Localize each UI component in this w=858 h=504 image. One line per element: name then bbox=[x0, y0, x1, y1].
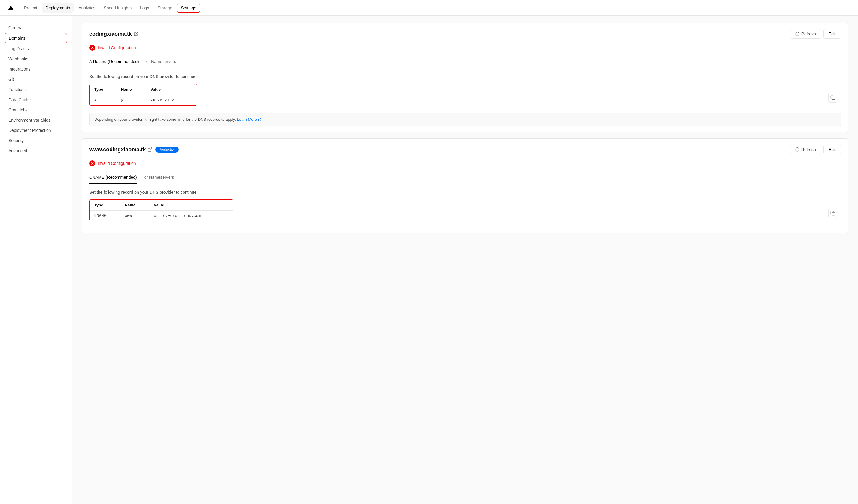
sidebar-item-deployment-protection[interactable]: Deployment Protection bbox=[5, 126, 67, 135]
sidebar-item-advanced[interactable]: Advanced bbox=[5, 146, 67, 156]
error-text-1: Invalid Configuration bbox=[98, 45, 136, 50]
dns-instruction-2: Set the following record on your DNS pro… bbox=[89, 190, 841, 195]
refresh-label-1: Refresh bbox=[801, 32, 816, 36]
sidebar-item-domains[interactable]: Domains bbox=[5, 33, 67, 43]
domain-2-name: www.codingxiaoma.tk bbox=[89, 147, 146, 153]
svg-line-2 bbox=[259, 118, 261, 120]
tab-nameservers-2[interactable]: or Nameservers bbox=[144, 171, 174, 184]
tab-cname-2[interactable]: CNAME (Recommended) bbox=[89, 171, 137, 184]
col-value-1: Value bbox=[146, 84, 197, 95]
nav-item-analytics[interactable]: Analytics bbox=[75, 3, 99, 13]
external-link-icon-2 bbox=[147, 147, 152, 152]
dns-table-container-2: Type Name Value CNAME www cname.vercel-d… bbox=[89, 199, 234, 221]
sidebar-item-integrations[interactable]: Integrations bbox=[5, 64, 67, 74]
svg-line-0 bbox=[136, 32, 138, 34]
edit-button-2[interactable]: Edit bbox=[824, 145, 841, 155]
nav-item-settings[interactable]: Settings bbox=[177, 3, 200, 13]
refresh-button-2[interactable]: Refresh bbox=[790, 145, 821, 155]
domain-2-error: ✕ Invalid Configuration bbox=[82, 159, 848, 171]
nav-item-deployments[interactable]: Deployments bbox=[42, 3, 74, 13]
sidebar-item-security[interactable]: Security bbox=[5, 136, 67, 145]
col-type-2: Type bbox=[90, 200, 120, 211]
domain-2-link[interactable]: www.codingxiaoma.tk bbox=[89, 147, 152, 153]
domain-2-tabs: CNAME (Recommended) or Nameservers bbox=[82, 171, 848, 184]
dns-table-container-1: Type Name Value A @ 76.76.21.21 bbox=[89, 84, 197, 106]
nav-items: Project Deployments Analytics Speed Insi… bbox=[20, 0, 200, 15]
tab-nameservers-1[interactable]: or Nameservers bbox=[146, 55, 176, 68]
logo[interactable] bbox=[7, 4, 14, 12]
svg-rect-4 bbox=[832, 213, 835, 215]
sidebar-item-webhooks[interactable]: Webhooks bbox=[5, 54, 67, 64]
error-icon-2: ✕ bbox=[89, 160, 95, 166]
edit-button-1[interactable]: Edit bbox=[824, 29, 841, 39]
dns-table-wrapper-1: Type Name Value A @ 76.76.21.21 bbox=[89, 84, 841, 111]
top-navigation: Project Deployments Analytics Speed Insi… bbox=[0, 0, 858, 16]
nav-item-storage[interactable]: Storage bbox=[154, 3, 176, 13]
nav-item-logs[interactable]: Logs bbox=[137, 3, 153, 13]
domain-1-error: ✕ Invalid Configuration bbox=[82, 44, 848, 55]
domain-card-1-header: codingxiaoma.tk Refresh Edit bbox=[82, 23, 848, 44]
learn-more-link-1[interactable]: Learn More bbox=[237, 117, 262, 121]
refresh-label-2: Refresh bbox=[801, 147, 816, 152]
domain-2-actions: Refresh Edit bbox=[790, 145, 841, 155]
sidebar-item-general[interactable]: General bbox=[5, 23, 67, 32]
sidebar: General Domains Log Drains Webhooks Inte… bbox=[0, 16, 72, 504]
learn-more-text-1: Learn More bbox=[237, 117, 257, 121]
info-box-1: Depending on your provider, it might tak… bbox=[89, 113, 841, 126]
col-type-1: Type bbox=[90, 84, 116, 95]
dns-row-2-1: CNAME www cname.vercel-dns.com. bbox=[90, 211, 233, 221]
dns-cell-value-2-1: cname.vercel-dns.com. bbox=[149, 211, 233, 221]
copy-icon-2 bbox=[830, 211, 835, 216]
svg-rect-1 bbox=[832, 97, 835, 100]
sidebar-item-data-cache[interactable]: Data Cache bbox=[5, 95, 67, 104]
refresh-spinner-1 bbox=[795, 32, 799, 36]
refresh-button-1[interactable]: Refresh bbox=[790, 29, 821, 39]
domain-1-actions: Refresh Edit bbox=[790, 29, 841, 39]
dns-table-2: Type Name Value CNAME www cname.vercel-d… bbox=[90, 200, 233, 221]
domain-2-dns-content: Set the following record on your DNS pro… bbox=[82, 184, 848, 233]
error-icon-1: ✕ bbox=[89, 45, 95, 51]
info-text-1: Depending on your provider, it might tak… bbox=[94, 117, 236, 121]
production-badge: Production bbox=[155, 147, 178, 152]
learn-more-icon-1 bbox=[258, 118, 262, 121]
col-name-1: Name bbox=[116, 84, 146, 95]
nav-item-project[interactable]: Project bbox=[20, 3, 41, 13]
tab-a-record-1[interactable]: A Record (Recommended) bbox=[89, 55, 139, 68]
domain-2-title: www.codingxiaoma.tk Production bbox=[89, 147, 179, 153]
dns-table-1: Type Name Value A @ 76.76.21.21 bbox=[90, 84, 197, 105]
sidebar-item-cron-jobs[interactable]: Cron Jobs bbox=[5, 105, 67, 115]
dns-table-wrapper-2: Type Name Value CNAME www cname.vercel-d… bbox=[89, 199, 841, 227]
domain-card-2: www.codingxiaoma.tk Production Refresh bbox=[82, 139, 848, 233]
domain-1-name: codingxiaoma.tk bbox=[89, 31, 132, 37]
domain-card-1: codingxiaoma.tk Refresh Edit bbox=[82, 23, 848, 132]
nav-item-speed-insights[interactable]: Speed Insights bbox=[100, 3, 135, 13]
svg-line-3 bbox=[149, 148, 152, 150]
error-text-2: Invalid Configuration bbox=[98, 161, 136, 166]
dns-instruction-1: Set the following record on your DNS pro… bbox=[89, 74, 841, 79]
domain-1-title: codingxiaoma.tk bbox=[89, 31, 139, 37]
domain-1-dns-content: Set the following record on your DNS pro… bbox=[82, 68, 848, 132]
dns-cell-type-1-1: A bbox=[90, 95, 116, 106]
dns-cell-value-1-1: 76.76.21.21 bbox=[146, 95, 197, 106]
col-name-2: Name bbox=[120, 200, 149, 211]
copy-icon-1 bbox=[830, 95, 835, 100]
dns-cell-name-1-1: @ bbox=[116, 95, 146, 106]
domain-card-2-header: www.codingxiaoma.tk Production Refresh bbox=[82, 139, 848, 159]
dns-cell-name-2-1: www bbox=[120, 211, 149, 221]
sidebar-item-log-drains[interactable]: Log Drains bbox=[5, 44, 67, 53]
main-content: codingxiaoma.tk Refresh Edit bbox=[72, 16, 858, 504]
col-value-2: Value bbox=[149, 200, 233, 211]
sidebar-item-functions[interactable]: Functions bbox=[5, 85, 67, 94]
dns-row-1-1: A @ 76.76.21.21 bbox=[90, 95, 197, 106]
domain-1-link[interactable]: codingxiaoma.tk bbox=[89, 31, 139, 37]
copy-button-2[interactable] bbox=[828, 208, 837, 218]
page-layout: General Domains Log Drains Webhooks Inte… bbox=[0, 16, 858, 504]
sidebar-item-environment-variables[interactable]: Environment Variables bbox=[5, 115, 67, 125]
refresh-spinner-2 bbox=[795, 147, 799, 152]
domain-1-tabs: A Record (Recommended) or Nameservers bbox=[82, 55, 848, 68]
dns-cell-type-2-1: CNAME bbox=[90, 211, 120, 221]
external-link-icon-1 bbox=[134, 32, 139, 36]
sidebar-item-git[interactable]: Git bbox=[5, 75, 67, 84]
copy-button-1[interactable] bbox=[828, 93, 837, 103]
